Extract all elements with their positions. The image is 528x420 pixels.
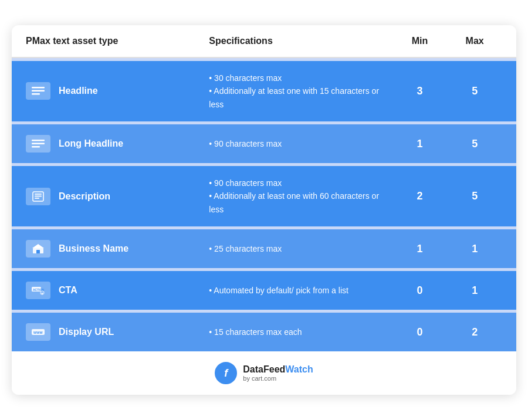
- headline-icon: [26, 82, 50, 100]
- spec-item: 15 characters max each: [209, 326, 392, 338]
- brand-logo: f: [215, 362, 237, 384]
- long-headline-max: 5: [447, 138, 502, 150]
- table-row: WWW Display URL 15 characters max each 0…: [12, 313, 516, 351]
- svg-rect-8: [35, 195, 42, 197]
- headline-label: Headline: [59, 86, 98, 96]
- asset-headline: Headline: [26, 82, 209, 100]
- header-specifications: Specifications: [209, 36, 392, 46]
- svg-rect-1: [32, 90, 45, 92]
- svg-text:WWW: WWW: [33, 331, 43, 334]
- svg-rect-0: [32, 87, 45, 89]
- brand-name: DataFeedWatch: [243, 364, 313, 375]
- spec-item: Additionally at least one with 15 charac…: [209, 84, 392, 111]
- display-url-specs: 15 characters max each: [209, 326, 392, 338]
- svg-marker-11: [32, 244, 44, 248]
- asset-display-url: WWW Display URL: [26, 323, 209, 341]
- svg-rect-4: [32, 143, 45, 145]
- header-asset-type: PMax text asset type: [26, 36, 209, 46]
- table-row: ACTION CTA Automated by default/ pick fr…: [12, 271, 516, 310]
- long-headline-label: Long Headline: [59, 138, 123, 149]
- main-table: PMax text asset type Specifications Min …: [12, 25, 516, 395]
- table-row: Headline 30 characters max Additionally …: [12, 61, 516, 121]
- business-name-max: 1: [447, 243, 502, 255]
- cta-icon: ACTION: [26, 282, 50, 299]
- svg-rect-7: [35, 194, 42, 195]
- svg-rect-12: [36, 250, 40, 253]
- spec-item: Additionally at least one with 60 charac…: [209, 189, 392, 216]
- table-row: Business Name 25 characters max 1 1: [12, 229, 516, 268]
- asset-business-name: Business Name: [26, 240, 209, 258]
- cta-max: 1: [447, 284, 502, 297]
- description-label: Description: [59, 191, 110, 202]
- headline-specs: 30 characters max Additionally at least …: [209, 72, 392, 111]
- headline-min: 3: [392, 85, 448, 97]
- cta-min: 0: [392, 284, 448, 297]
- svg-rect-3: [32, 140, 45, 141]
- footer: f DataFeedWatch by cart.com: [12, 351, 516, 395]
- asset-description: Description: [26, 188, 209, 205]
- asset-long-headline: Long Headline: [26, 135, 209, 153]
- table-row: Description 90 characters max Additional…: [12, 166, 516, 226]
- table-row: Long Headline 90 characters max 1 5: [12, 124, 516, 163]
- long-headline-min: 1: [392, 138, 448, 150]
- header-min: Min: [392, 36, 448, 46]
- asset-cta: ACTION CTA: [26, 282, 209, 299]
- business-name-label: Business Name: [59, 243, 128, 254]
- footer-brand-text: DataFeedWatch by cart.com: [243, 364, 313, 382]
- spec-item: 90 characters max: [209, 137, 392, 150]
- description-max: 5: [447, 190, 502, 202]
- brand-sub: by cart.com: [243, 375, 313, 382]
- spec-item: 90 characters max: [209, 177, 392, 189]
- spec-item: Automated by default/ pick from a list: [209, 284, 392, 297]
- business-name-specs: 25 characters max: [209, 242, 392, 255]
- spec-item: 25 characters max: [209, 242, 392, 255]
- table-header: PMax text asset type Specifications Min …: [12, 25, 516, 58]
- display-url-label: Display URL: [59, 327, 114, 337]
- business-name-icon: [26, 240, 50, 258]
- long-headline-icon: [26, 135, 50, 153]
- logo-letter: f: [224, 367, 228, 380]
- business-name-min: 1: [392, 243, 448, 255]
- svg-rect-5: [32, 146, 40, 148]
- description-icon: [26, 188, 50, 205]
- headline-max: 5: [447, 85, 502, 97]
- display-url-min: 0: [392, 326, 448, 338]
- display-url-icon: WWW: [26, 323, 50, 341]
- svg-rect-2: [32, 93, 40, 95]
- description-min: 2: [392, 190, 448, 202]
- display-url-max: 2: [447, 326, 502, 338]
- svg-rect-9: [35, 198, 39, 199]
- spec-item: 30 characters max: [209, 72, 392, 84]
- cta-label: CTA: [59, 285, 77, 296]
- cta-specs: Automated by default/ pick from a list: [209, 284, 392, 297]
- description-specs: 90 characters max Additionally at least …: [209, 177, 392, 216]
- header-max: Max: [447, 36, 502, 46]
- long-headline-specs: 90 characters max: [209, 137, 392, 150]
